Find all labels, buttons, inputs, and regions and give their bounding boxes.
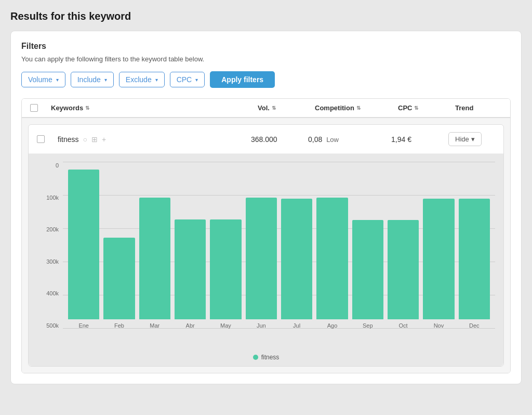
- keyword-name: fitness: [58, 135, 78, 144]
- row-checkbox[interactable]: [37, 135, 45, 143]
- th-competition[interactable]: Competition ⇅: [315, 104, 398, 112]
- bar-month-label: Nov: [434, 322, 444, 329]
- chevron-down-icon: ▾: [195, 77, 198, 83]
- chevron-down-icon: ▾: [155, 77, 158, 83]
- bar-column: Nov: [423, 162, 454, 329]
- table-body: fitness ○ ⊞ + 368.000 0,08 Low 1,94 €: [22, 118, 510, 373]
- bar: [210, 219, 241, 319]
- chevron-down-icon: ▾: [471, 135, 475, 143]
- bar-column: May: [210, 162, 241, 329]
- add-icon[interactable]: +: [102, 135, 106, 144]
- hide-btn-cell: Hide ▾: [448, 132, 495, 146]
- competition-score: 0,08: [308, 135, 322, 144]
- filters-section: Filters You can apply the following filt…: [21, 42, 511, 88]
- bar: [103, 238, 135, 319]
- sort-icon: ⇅: [356, 105, 361, 111]
- legend-dot-icon: [253, 355, 258, 360]
- apply-filters-button[interactable]: Apply filters: [210, 71, 275, 88]
- bar: [68, 170, 99, 319]
- bar-column: Jul: [281, 162, 312, 329]
- main-card: Filters You can apply the following filt…: [10, 31, 522, 384]
- bar-column: Sep: [352, 162, 383, 329]
- competition-label: Low: [326, 136, 339, 144]
- bar: [316, 198, 348, 319]
- y-axis-label: 400k: [46, 290, 59, 296]
- bar-column: Mar: [139, 162, 170, 329]
- volume-filter-button[interactable]: Volume ▾: [21, 72, 65, 87]
- y-axis-label: 0: [56, 162, 59, 168]
- chevron-down-icon: ▾: [56, 77, 59, 83]
- volume-value: 368.000: [251, 135, 308, 144]
- competition-cell: 0,08 Low: [308, 135, 391, 144]
- filters-description: You can apply the following filters to t…: [21, 55, 511, 63]
- bar-month-label: Mar: [150, 322, 159, 329]
- bar-column: Ago: [316, 162, 348, 329]
- bar-column: Oct: [388, 162, 419, 329]
- bar-month-label: May: [220, 322, 231, 329]
- bar: [139, 198, 170, 319]
- th-trend: Trend: [455, 104, 502, 112]
- exclude-filter-button[interactable]: Exclude ▾: [119, 72, 165, 87]
- bar: [423, 199, 454, 319]
- bar-month-label: Sep: [363, 322, 373, 329]
- bar-month-label: Jul: [293, 322, 300, 329]
- bar-column: Jun: [246, 162, 277, 329]
- hide-button[interactable]: Hide ▾: [448, 132, 482, 146]
- bar-column: Ene: [68, 162, 99, 329]
- bar-column: Feb: [103, 162, 135, 329]
- cpc-value: 1,94 €: [391, 135, 448, 144]
- bar-month-label: Dec: [469, 322, 480, 329]
- bar: [352, 220, 383, 319]
- include-filter-button[interactable]: Include ▾: [71, 72, 114, 87]
- bar-month-label: Abr: [186, 322, 195, 329]
- select-all-checkbox[interactable]: [30, 104, 38, 112]
- keyword-actions: ○ ⊞ +: [83, 135, 106, 144]
- legend-label: fitness: [261, 354, 280, 361]
- y-axis-labels: 500k400k300k200k100k0: [37, 162, 63, 329]
- sort-icon: ⇅: [414, 105, 418, 111]
- y-axis-label: 200k: [46, 226, 59, 232]
- filters-title: Filters: [21, 42, 511, 51]
- bar-column: Dec: [459, 162, 490, 329]
- search-circle-icon[interactable]: ○: [83, 135, 87, 144]
- bar: [388, 220, 419, 319]
- bar: [246, 198, 277, 319]
- keyword-table: Keywords ⇅ Vol. ⇅ Competition ⇅ CPC ⇅ Tr…: [21, 98, 511, 373]
- bar: [459, 199, 490, 319]
- cpc-filter-button[interactable]: CPC ▾: [170, 72, 205, 87]
- bar-column: Abr: [175, 162, 206, 329]
- th-keywords[interactable]: Keywords ⇅: [51, 104, 258, 112]
- chevron-down-icon: ▾: [104, 77, 107, 83]
- y-axis-label: 500k: [46, 322, 59, 329]
- bars-area: EneFebMarAbrMayJunJulAgoSepOctNovDec: [63, 162, 495, 329]
- table-header: Keywords ⇅ Vol. ⇅ Competition ⇅ CPC ⇅ Tr…: [22, 99, 510, 118]
- sort-icon: ⇅: [85, 105, 89, 111]
- sort-icon: ⇅: [272, 105, 276, 111]
- y-axis-label: 100k: [46, 194, 59, 201]
- keyword-name-cell: fitness ○ ⊞ +: [58, 135, 251, 144]
- page-title: Results for this keyword: [10, 10, 522, 22]
- select-all-checkbox-cell: [30, 104, 51, 112]
- filters-row: Volume ▾ Include ▾ Exclude ▾ CPC ▾ Apply…: [21, 71, 511, 88]
- chart-area: 500k400k300k200k100k0 EneFebMarAbrMayJun…: [37, 162, 495, 349]
- th-volume[interactable]: Vol. ⇅: [258, 104, 315, 112]
- bar: [281, 199, 312, 319]
- y-axis-label: 300k: [46, 258, 59, 265]
- table-row: fitness ○ ⊞ + 368.000 0,08 Low 1,94 €: [29, 125, 503, 154]
- bar-month-label: Ene: [78, 322, 89, 329]
- bar: [175, 219, 206, 319]
- th-cpc[interactable]: CPC ⇅: [398, 104, 455, 112]
- chart-legend: fitness: [37, 354, 495, 361]
- bar-month-label: Oct: [399, 322, 408, 329]
- chart-container: 500k400k300k200k100k0 EneFebMarAbrMayJun…: [29, 154, 503, 366]
- row-checkbox-cell: [37, 135, 58, 143]
- bar-month-label: Ago: [327, 322, 338, 329]
- bar-month-label: Feb: [114, 322, 124, 329]
- keyword-row-card: fitness ○ ⊞ + 368.000 0,08 Low 1,94 €: [28, 124, 504, 367]
- bar-month-label: Jun: [257, 322, 266, 329]
- copy-icon[interactable]: ⊞: [91, 135, 98, 144]
